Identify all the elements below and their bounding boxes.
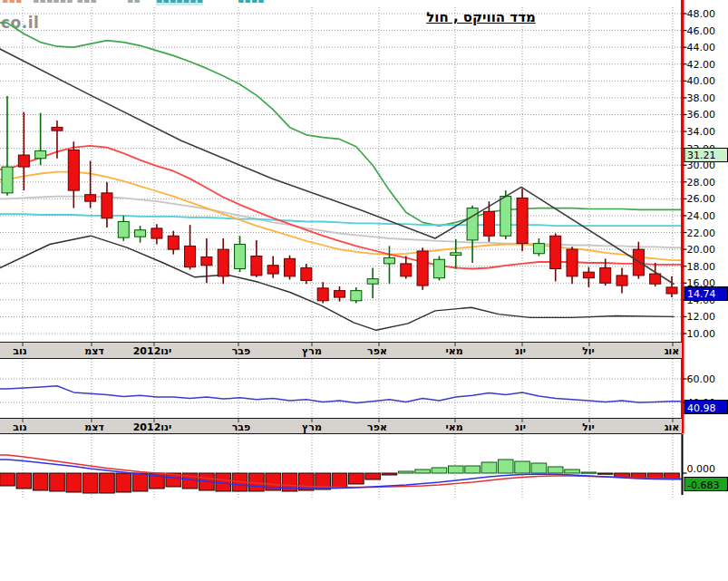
hist-bar-down (50, 473, 65, 491)
hist-bar-up (515, 461, 530, 473)
x-axis-month-label: אוג (665, 421, 680, 433)
price-axis-label: 38.00 (687, 92, 716, 104)
macd-axis-label: 0.000 (687, 463, 716, 475)
hist-bar-up (581, 472, 597, 473)
hist-bar-up (399, 471, 414, 473)
hist-bar-down (0, 473, 15, 486)
candle-down (185, 246, 196, 266)
hist-bar-down (100, 473, 115, 493)
macd-panel (0, 434, 681, 499)
price-axis-label: 34.00 (687, 126, 716, 138)
legend-fragment: ▪▪▪ (2, 0, 22, 5)
candle-down (666, 287, 677, 294)
date-axis-strips: נובדצמ2012ינופברמרץאפרמאייוניולאוגנובדצמ… (0, 343, 682, 434)
price-axis-label: 26.00 (687, 193, 716, 205)
price-axis-label: 22.00 (687, 228, 716, 239)
candle-down (52, 127, 63, 131)
candle-down (616, 276, 627, 286)
candle-down (85, 195, 96, 201)
hist-bar-up (565, 470, 580, 473)
price-axis-label: 20.00 (687, 244, 716, 256)
x-axis-month-label: אפר (367, 421, 387, 433)
x-axis-month-label: דצמ (84, 421, 104, 433)
hist-bar-down (382, 473, 397, 475)
price-axis-label: 36.00 (687, 109, 716, 121)
oscillator-value-badge: 40.98 (687, 402, 716, 414)
marked-price-badge: 31.21 (687, 150, 716, 161)
candle-up (351, 291, 362, 301)
right-price-axis: 48.0046.0044.0042.0040.0038.0036.0034.00… (681, 0, 728, 495)
price-axis-label: 44.00 (687, 42, 716, 53)
candle-up (533, 244, 544, 254)
hist-bar-down (132, 473, 148, 491)
candle-down (517, 198, 528, 243)
price-axis-label: 24.00 (687, 210, 716, 222)
hist-bar-down (597, 473, 613, 474)
candle-down (251, 257, 262, 276)
hist-bar-up (415, 470, 431, 473)
candle-up (451, 253, 461, 256)
candle-down (583, 272, 594, 278)
price-axis-label: 18.00 (687, 261, 716, 273)
x-axis-month-label: מאי (445, 421, 462, 433)
chart-canvas[interactable]: 48.0046.0044.0042.0040.0038.0036.0034.00… (0, 0, 728, 581)
price-axis-label: 28.00 (687, 177, 716, 189)
candle-down (550, 236, 561, 268)
indicator-legend-clipped: ▪▪▪▪▪▪▪▪▪ ▪▪▪▪▪▪▪▪▪▪▪▪▪▪▪▪ (0, 0, 689, 7)
candle-down (600, 268, 611, 284)
hist-bar-down (349, 473, 364, 484)
price-axis-label: 48.00 (687, 8, 716, 20)
legend-fragment: ▪▪▪▪▪▪ ▪▪▪ (33, 0, 97, 5)
x-axis-month-label: נוב (13, 345, 26, 357)
legend-fragment: ▪▪ (127, 0, 141, 5)
hist-bar-down (665, 473, 680, 479)
legend-fragment: ▪▪▪▪ (238, 0, 265, 5)
candle-down (102, 193, 112, 218)
oscillator-line (0, 386, 681, 403)
x-axis-month-label: יונ (515, 421, 526, 433)
x-axis-month-label: 2012ינו (133, 345, 172, 357)
hist-bar-up (531, 463, 547, 473)
hist-bar-down (332, 473, 347, 488)
x-axis-month-label: אוג (665, 345, 680, 357)
candlesticks (2, 96, 677, 304)
price-axis-label: 10.00 (687, 328, 716, 340)
candle-up (118, 221, 129, 237)
candle-down (68, 150, 79, 190)
candle-up (467, 208, 478, 240)
price-axis-label: 42.00 (687, 59, 716, 71)
candle-down (201, 257, 212, 265)
candle-down (301, 268, 312, 281)
candle-up (135, 230, 146, 237)
hist-bar-up (481, 462, 497, 473)
candle-down (567, 249, 578, 276)
x-axis-month-label: פבר (232, 421, 251, 433)
hist-bar-down (16, 473, 32, 489)
oscillator-panel (0, 359, 681, 418)
hist-bar-up (448, 466, 463, 473)
hist-bar-down (116, 473, 131, 492)
x-axis-month-label: מרץ (302, 345, 322, 357)
oscillator-axis-label: 60.00 (687, 373, 716, 385)
legend-fragment: ▪▪▪▪▪▪▪ (156, 0, 203, 5)
price-axis-label: 12.00 (687, 311, 716, 323)
hist-bar-down (83, 473, 98, 493)
x-axis-month-label: יול (582, 345, 595, 357)
x-axis-month-label: פבר (232, 345, 251, 357)
candle-up (433, 259, 444, 277)
candle-up (383, 257, 394, 264)
hist-bar-down (33, 473, 48, 490)
hist-bar-down (365, 473, 381, 479)
candle-down (483, 211, 494, 236)
x-axis-month-label: אפר (367, 345, 387, 357)
hist-bar-up (465, 466, 480, 473)
candle-up (367, 279, 378, 285)
hist-bar-up (498, 460, 513, 473)
candle-down (151, 228, 162, 238)
price-axis-label: 46.00 (687, 25, 716, 37)
candle-up (35, 150, 46, 158)
macd-axis-line (682, 434, 684, 495)
candle-up (500, 197, 511, 237)
candle-down (417, 251, 428, 286)
x-axis-month-label: נוב (13, 421, 26, 433)
